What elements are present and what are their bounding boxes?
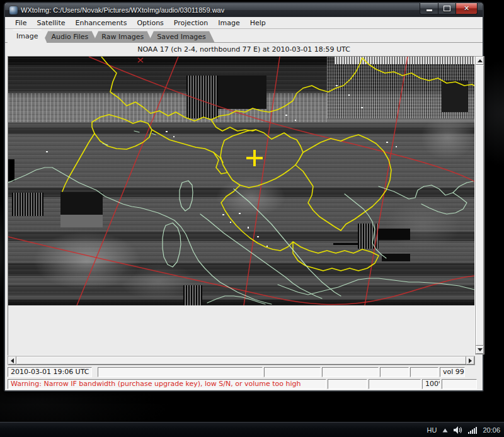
arrow-down-icon xyxy=(478,348,483,351)
network-tray-icon[interactable] xyxy=(468,426,477,434)
chevron-up-icon xyxy=(442,428,448,433)
close-button[interactable]: ✕ xyxy=(455,3,478,14)
warning-bar: Warning: Narrow IF bandwidth (purchase u… xyxy=(8,379,481,389)
menu-help[interactable]: Help xyxy=(245,18,271,28)
language-indicator[interactable]: HU xyxy=(427,426,437,434)
scroll-down-button[interactable] xyxy=(476,346,484,354)
vertical-scroll-thumb[interactable] xyxy=(476,65,484,346)
tab-raw-images[interactable]: Raw Images xyxy=(93,31,152,43)
map-overlay xyxy=(8,57,474,305)
system-tray: HU 20:06 xyxy=(427,423,500,437)
tab-image[interactable]: Image xyxy=(8,30,47,43)
menu-projection[interactable]: Projection xyxy=(169,18,213,28)
scroll-left-button[interactable] xyxy=(8,356,16,365)
status-cell xyxy=(322,367,379,377)
warning-message: Warning: Narrow IF bandwidth (purchase u… xyxy=(8,379,326,389)
show-hidden-icons-button[interactable] xyxy=(442,428,448,433)
maximize-icon xyxy=(444,6,450,11)
menu-enhancements[interactable]: Enhancements xyxy=(70,18,132,28)
menu-satellite[interactable]: Satellite xyxy=(32,18,70,28)
status-volume: vol 99.5 xyxy=(440,367,465,377)
maximize-button[interactable] xyxy=(438,3,455,14)
image-page: NOAA 17 (ch 2-4, northbound 77 E) at 201… xyxy=(5,43,483,390)
window-title: WXtoImg: C:/Users/Novak/Pictures/WXtoImg… xyxy=(21,6,224,14)
status-cell xyxy=(98,367,263,377)
arrow-left-icon xyxy=(11,358,14,363)
minimize-button[interactable] xyxy=(420,3,438,14)
desktop: WXtoImg: C:/Users/Novak/Pictures/WXtoImg… xyxy=(0,0,504,437)
wxtoimg-window: WXtoImg: C:/Users/Novak/Pictures/WXtoImg… xyxy=(4,2,484,392)
status-cell xyxy=(410,367,438,377)
horizontal-scroll-thumb[interactable] xyxy=(16,356,466,365)
arrow-up-icon xyxy=(478,59,483,62)
status-cell xyxy=(328,379,367,389)
menu-options[interactable]: Options xyxy=(132,18,168,28)
satellite-image[interactable] xyxy=(8,57,474,305)
status-bar: 2010-03-01 19:06 UTC vol 99.5 xyxy=(8,367,481,377)
tab-page-divider xyxy=(5,42,483,43)
tab-audio-files[interactable]: Audio Files xyxy=(42,31,97,43)
speaker-icon xyxy=(454,426,462,434)
taskbar-clock[interactable]: 20:06 xyxy=(483,426,500,434)
close-icon: ✕ xyxy=(464,5,469,12)
caption-buttons: ✕ xyxy=(420,3,478,14)
minimize-icon xyxy=(427,9,432,11)
arrow-right-icon xyxy=(469,358,472,363)
status-recording-time: 2010-03-01 19:06 UTC xyxy=(8,367,92,377)
vertical-scrollbar[interactable] xyxy=(475,56,484,355)
status-cell xyxy=(380,367,409,377)
scroll-right-button[interactable] xyxy=(466,356,474,365)
lat-lon-grid-lines xyxy=(8,57,474,305)
country-border-lines xyxy=(62,57,474,271)
status-cell xyxy=(442,379,477,389)
volume-tray-icon[interactable] xyxy=(454,426,462,434)
scroll-up-button[interactable] xyxy=(476,57,484,65)
status-progress: 100% xyxy=(422,379,440,389)
menu-bar: File Satellite Enhancements Options Proj… xyxy=(5,17,483,29)
image-caption: NOAA 17 (ch 2-4, northbound 77 E) at 201… xyxy=(5,43,483,55)
horizontal-scrollbar[interactable] xyxy=(8,356,475,365)
crosshair-marker xyxy=(246,150,263,166)
image-canvas[interactable] xyxy=(8,56,475,356)
taskbar[interactable]: HU 20:06 xyxy=(0,422,504,437)
tab-bar: Image Audio Files Raw Images Saved Image… xyxy=(5,29,483,43)
menu-file[interactable]: File xyxy=(10,18,32,28)
status-cell xyxy=(264,367,321,377)
cloud-speckles xyxy=(46,85,397,247)
status-cell xyxy=(369,379,421,389)
title-bar[interactable]: WXtoImg: C:/Users/Novak/Pictures/WXtoImg… xyxy=(5,3,483,17)
menu-image[interactable]: Image xyxy=(213,18,244,28)
tab-saved-images[interactable]: Saved Images xyxy=(148,31,215,43)
wxtoimg-app-icon xyxy=(9,6,18,14)
signal-bars-icon xyxy=(468,426,477,434)
